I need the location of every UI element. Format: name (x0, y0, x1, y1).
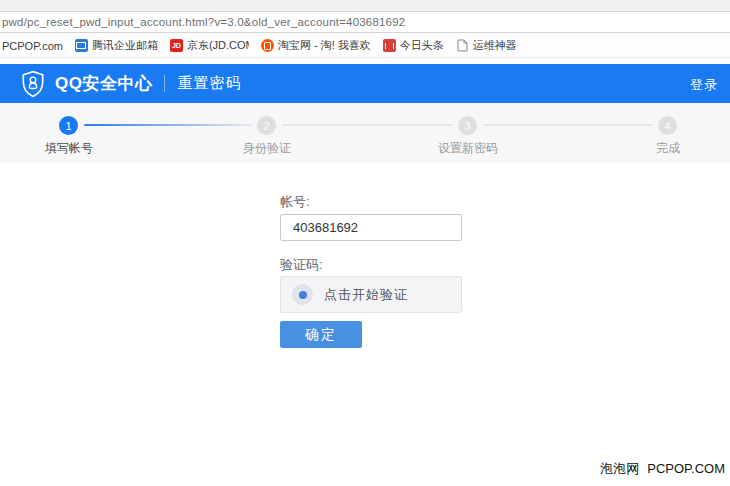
step-2-label: 身份验证 (243, 140, 291, 157)
step-indicator: 1 2 3 4 填写帐号 身份验证 设置新密码 完成 (0, 103, 730, 163)
bookmark-yunwei[interactable]: 运维神器 (456, 38, 517, 53)
bookmark-label: 京东(JD.COM)-正品 (187, 38, 249, 53)
step-2-circle: 2 (257, 116, 276, 135)
brand-title: QQ安全中心 (55, 72, 152, 95)
brand-divider (164, 75, 165, 92)
address-url[interactable]: pwd/pc_reset_pwd_input_account.html?v=3.… (2, 16, 405, 28)
browser-window: pwd/pc_reset_pwd_input_account.html?v=3.… (0, 0, 730, 486)
bookmark-pcpop[interactable]: PCPOP.com (2, 40, 63, 52)
tencent-mail-icon (75, 39, 88, 52)
jd-icon: JD (170, 39, 183, 52)
bookmark-tencent-mail[interactable]: 腾讯企业邮箱 (75, 38, 158, 53)
step-4-label: 完成 (656, 140, 680, 157)
bookmark-taobao[interactable]: 淘宝网 - 淘! 我喜欢 (261, 38, 371, 53)
bookmark-label: 淘宝网 - 淘! 我喜欢 (278, 38, 371, 53)
step-4-circle: 4 (658, 116, 677, 135)
bookmark-toutiao[interactable]: 今日头条 (383, 38, 444, 53)
taobao-icon (261, 39, 274, 52)
watermark-en: PCPOP.COM (647, 461, 725, 476)
bookmark-label: 今日头条 (400, 38, 444, 53)
qq-security-header: QQ安全中心 重置密码 登录 (0, 64, 730, 103)
bookmarks-bar: PCPOP.com 腾讯企业邮箱 JD 京东(JD.COM)-正品 淘宝网 - … (0, 34, 730, 58)
confirm-button[interactable]: 确定 (280, 321, 362, 348)
watermark: 泡泡网PCPOP.COM (600, 460, 725, 478)
bookmark-jd[interactable]: JD 京东(JD.COM)-正品 (170, 38, 249, 53)
address-bar[interactable]: pwd/pc_reset_pwd_input_account.html?v=3.… (0, 13, 730, 33)
account-label: 帐号: (280, 193, 310, 211)
bookmark-label: 腾讯企业邮箱 (92, 38, 158, 53)
bookmark-label: 运维神器 (473, 38, 517, 53)
captcha-text: 点击开始验证 (324, 286, 408, 304)
page-icon (456, 39, 469, 52)
watermark-cn: 泡泡网 (600, 461, 639, 476)
captcha-label: 验证码: (280, 256, 323, 274)
browser-chrome-strip (0, 0, 730, 12)
step-connector-3 (483, 124, 653, 126)
step-1-circle: 1 (59, 116, 78, 135)
page-title: 重置密码 (177, 74, 241, 93)
captcha-radio-icon (292, 284, 313, 305)
captcha-radio-dot (299, 291, 307, 299)
account-input[interactable] (280, 214, 462, 241)
captcha-widget[interactable]: 点击开始验证 (280, 276, 462, 313)
toutiao-icon (383, 39, 396, 52)
step-3-circle: 3 (458, 116, 477, 135)
step-connector-1 (84, 124, 252, 126)
step-1-label: 填写帐号 (45, 140, 93, 157)
login-link[interactable]: 登录 (690, 76, 718, 94)
bookmark-label: PCPOP.com (2, 40, 63, 52)
shield-penguin-icon (20, 70, 46, 98)
step-connector-2 (282, 124, 453, 126)
step-3-label: 设置新密码 (438, 140, 498, 157)
